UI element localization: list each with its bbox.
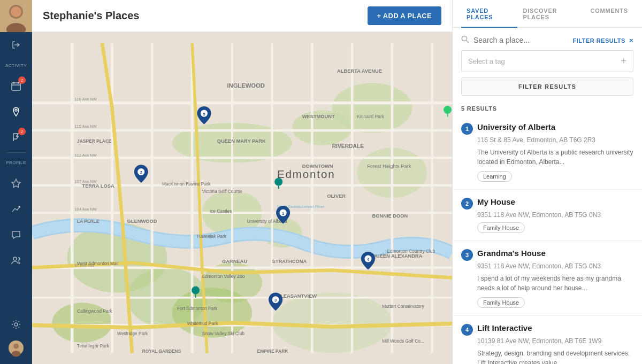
sidebar-item-calendar[interactable]: 2 xyxy=(0,73,32,99)
place-number: 1 xyxy=(461,123,473,135)
place-name: My House xyxy=(477,197,515,206)
panel-search: FILTER RESULTS × Select a tag + FILTER R… xyxy=(453,28,642,99)
sidebar-section-profile: PROFILE xyxy=(0,155,32,171)
svg-text:LA PERLE: LA PERLE xyxy=(77,219,100,224)
svg-text:Victoria Golf Course: Victoria Golf Course xyxy=(202,189,242,194)
sidebar-divider xyxy=(6,152,26,153)
svg-text:Whitemud Park: Whitemud Park xyxy=(187,321,218,326)
place-header: 3 Grandma's House xyxy=(461,249,633,261)
calendar-icon: 2 xyxy=(9,79,24,94)
flag-icon: 2 xyxy=(9,130,24,145)
chat-icon xyxy=(9,227,24,242)
svg-text:Kinnaird Park: Kinnaird Park xyxy=(357,114,384,119)
sidebar-item-location[interactable] xyxy=(0,99,32,125)
tab-saved-places[interactable]: SAVED PLACES xyxy=(461,0,517,28)
place-item[interactable]: 2 My House 9351 118 Ave NW, Edmonton, AB… xyxy=(453,190,642,241)
place-description: The University of Alberta is a public re… xyxy=(477,148,633,167)
sidebar-item-chat[interactable] xyxy=(0,222,32,247)
place-address: 9351 118 Ave NW, Edmonton, AB T5G 0N3 xyxy=(477,211,633,219)
page-title: Stephanie's Places xyxy=(43,10,139,22)
activity-label: activity xyxy=(5,63,27,68)
svg-text:118 Ave NW: 118 Ave NW xyxy=(74,97,97,102)
sidebar-section-activity: activity xyxy=(0,58,32,73)
map-container[interactable]: 118 Ave NW 115 Ave NW 111 Ave NW 107 Ave… xyxy=(32,32,452,364)
avatar[interactable] xyxy=(0,0,32,32)
svg-text:104 Ave NW: 104 Ave NW xyxy=(74,207,97,212)
place-name: Lift Interactive xyxy=(477,323,532,332)
svg-text:3: 3 xyxy=(274,298,277,303)
svg-text:Edmonton Country Club: Edmonton Country Club xyxy=(387,249,435,254)
place-item[interactable]: 4 Lift Interactive 10139 81 Ave NW, Edmo… xyxy=(453,316,642,364)
filter-button[interactable]: FILTER RESULTS xyxy=(461,78,633,96)
svg-text:1: 1 xyxy=(282,211,284,216)
sidebar-item-settings[interactable] xyxy=(9,313,24,336)
sidebar-item-analytics[interactable] xyxy=(0,196,32,222)
place-description: I spend a lot of my weekends here as my … xyxy=(477,274,633,293)
svg-text:ROYAL GARDENS: ROYAL GARDENS xyxy=(142,348,181,354)
place-header: 4 Lift Interactive xyxy=(461,323,633,336)
add-place-button[interactable]: + ADD A PLACE xyxy=(368,6,442,25)
place-name: Grandma's House xyxy=(477,249,546,258)
place-tag[interactable]: Family House xyxy=(477,222,525,233)
sidebar-item-exit[interactable] xyxy=(0,32,32,58)
filter-results-link[interactable]: FILTER RESULTS × xyxy=(573,36,633,44)
svg-rect-5 xyxy=(12,83,20,90)
calendar-badge: 2 xyxy=(18,76,26,84)
svg-point-3 xyxy=(11,6,21,17)
place-item[interactable]: 3 Grandma's House 9351 118 Ave NW, Edmon… xyxy=(453,241,642,316)
sidebar-item-user-bottom[interactable] xyxy=(9,336,24,360)
svg-text:TERRA LOSA: TERRA LOSA xyxy=(82,183,114,189)
svg-text:GARNEAU: GARNEAU xyxy=(222,259,247,264)
svg-line-104 xyxy=(467,41,469,43)
search-input[interactable] xyxy=(473,36,573,44)
svg-text:Fort Edmonton Park: Fort Edmonton Park xyxy=(177,306,218,311)
place-tag[interactable]: Learning xyxy=(477,171,512,182)
exit-icon xyxy=(9,37,24,52)
sidebar: activity 2 xyxy=(0,0,32,364)
svg-point-103 xyxy=(462,36,467,41)
tag-select-text: Select a tag xyxy=(468,57,505,65)
svg-text:Westridge Park: Westridge Park xyxy=(117,331,148,336)
place-number: 3 xyxy=(461,249,473,261)
tag-select-row[interactable]: Select a tag + xyxy=(461,50,633,72)
svg-point-13 xyxy=(13,344,19,349)
svg-text:Muttart Conservatory: Muttart Conservatory xyxy=(382,304,424,309)
svg-point-11 xyxy=(14,323,18,326)
sidebar-item-flags[interactable]: 2 xyxy=(0,125,32,150)
header: Stephanie's Places + ADD A PLACE xyxy=(32,0,452,32)
svg-point-23 xyxy=(272,293,392,353)
svg-text:ALBERTA AVENUE: ALBERTA AVENUE xyxy=(337,68,382,74)
svg-text:INGLEWOOD: INGLEWOOD xyxy=(227,82,264,89)
svg-point-10 xyxy=(13,257,17,260)
svg-text:Callingwood Park: Callingwood Park xyxy=(77,308,112,314)
analytics-icon xyxy=(9,202,24,216)
place-item[interactable]: 1 University of Alberta 116 St & 85 Ave,… xyxy=(453,115,642,190)
sidebar-bottom xyxy=(9,313,24,364)
place-description: Strategy, design, branding and developme… xyxy=(477,348,633,364)
sidebar-item-contacts[interactable] xyxy=(0,247,32,273)
svg-text:GLENWOOD: GLENWOOD xyxy=(127,219,157,224)
svg-text:Terwillegar Park: Terwillegar Park xyxy=(77,343,110,348)
panel-tabs: SAVED PLACES DISCOVER PLACES COMMENTS xyxy=(453,0,642,28)
svg-text:2: 2 xyxy=(140,170,142,175)
place-tag[interactable]: Family House xyxy=(477,297,525,308)
sidebar-item-star[interactable] xyxy=(0,171,32,196)
place-address: 116 St & 85 Ave, Edmonton, AB T6G 2R3 xyxy=(477,136,633,144)
svg-text:111 Ave NW: 111 Ave NW xyxy=(74,153,97,158)
tag-add-icon: + xyxy=(621,56,626,67)
svg-text:QUEEN MARY PARK: QUEEN MARY PARK xyxy=(217,138,266,144)
user-bottom-icon xyxy=(9,340,24,355)
svg-text:EMPIRE PARK: EMPIRE PARK xyxy=(257,348,288,354)
flag-badge: 2 xyxy=(18,128,26,135)
svg-point-14 xyxy=(12,351,20,357)
svg-point-90 xyxy=(192,286,200,294)
location-icon xyxy=(9,104,24,119)
svg-text:WESTMOUNT: WESTMOUNT xyxy=(302,114,335,119)
tab-discover-places[interactable]: DISCOVER PLACES xyxy=(517,0,585,28)
place-number: 4 xyxy=(461,324,473,336)
svg-text:JASPER PLACE: JASPER PLACE xyxy=(77,138,112,144)
search-input-wrap xyxy=(461,35,573,45)
main-content: Stephanie's Places + ADD A PLACE xyxy=(32,0,452,364)
svg-text:Forest Heights Park: Forest Heights Park xyxy=(367,164,411,169)
tab-comments[interactable]: COMMENTS xyxy=(585,0,633,28)
